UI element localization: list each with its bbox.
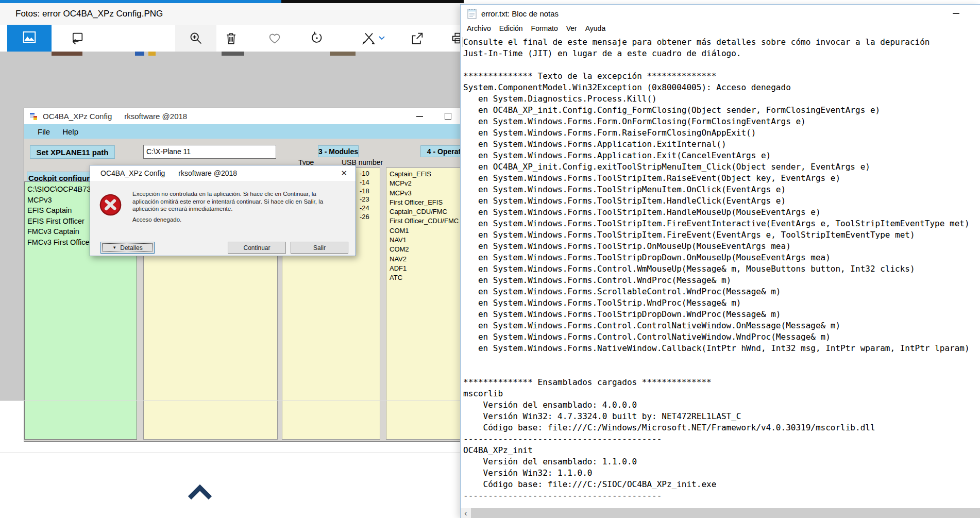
- horizontal-scrollbar[interactable]: ‹: [461, 508, 980, 518]
- photo-edge-artifact: [52, 52, 82, 56]
- notepad-text-line: OC4BA_XPz_init: [463, 445, 980, 456]
- error-dialog-title: OC4BA_XPz Config: [100, 169, 165, 177]
- notepad-text-line: en System.Windows.Forms.ToolStrip.WndPro…: [463, 297, 980, 309]
- operation-item: NAV1: [386, 236, 464, 245]
- module-usb-number: -24: [360, 204, 369, 213]
- scroll-left-arrow-icon[interactable]: ‹: [461, 508, 471, 518]
- notepad-menu-item[interactable]: Ver: [562, 24, 581, 32]
- notepad-text-line: en System.Windows.Forms.ToolStripItem.Ha…: [463, 195, 980, 207]
- notepad-text-line: [463, 59, 980, 71]
- divider: [0, 400, 460, 401]
- operation-item: COM2: [386, 245, 464, 254]
- continue-button: Continuar: [228, 242, 286, 254]
- notepad-text-line: Versión Win32: 1.1.0.0: [463, 467, 980, 479]
- photo-view-button[interactable]: [7, 25, 52, 52]
- notepad-text-line: en System.Windows.Forms.ToolStripItem.Ra…: [463, 173, 980, 184]
- set-xplane-path-button: Set XPLANE11 path: [30, 145, 115, 159]
- share-icon: [410, 31, 425, 45]
- notepad-text-line: en System.Windows.Forms.Form.OnFormClosi…: [463, 116, 980, 127]
- error-dialog-titlebar: OC4BA_XPz Config rksoftware @2018 ✕: [90, 165, 356, 181]
- delete-button[interactable]: [219, 25, 242, 52]
- photos-titlebar[interactable]: Fotos: error OC4BA_XPz Config.PNG: [0, 3, 464, 25]
- screen: Fotos: error OC4BA_XPz Config.PNG: [0, 0, 980, 518]
- notepad-text-line: en System.Windows.Forms.ToolStripItem.Fi…: [463, 218, 980, 229]
- module-usb-number: -10: [360, 170, 369, 178]
- scrollbar-thumb[interactable]: [471, 508, 980, 518]
- minimize-button[interactable]: [953, 13, 959, 14]
- error-icon: [99, 193, 122, 219]
- share-feedback-icon: [70, 31, 85, 45]
- photo-view-icon: [22, 29, 37, 47]
- notepad-menu-item[interactable]: Ayuda: [581, 24, 610, 32]
- rotate-button[interactable]: [306, 25, 328, 52]
- operation-item: MCPv3: [386, 189, 464, 198]
- close-icon: ✕: [341, 169, 347, 178]
- notepad-text-line: en OC4BA_XP_init.Config.Config_FormClosi…: [463, 105, 980, 116]
- notepad-text-line: System.ComponentModel.Win32Exception (0x…: [463, 82, 980, 93]
- module-usb-number: -23: [360, 195, 369, 204]
- zoom-button[interactable]: [184, 25, 207, 52]
- details-button: ▼ Detalles: [100, 242, 155, 254]
- notepad-text-line: en System.Windows.Forms.Control.WndProc(…: [463, 275, 980, 286]
- notepad-text-line: ----------------------------------------: [463, 490, 980, 502]
- operation-item: First Officer_CDU/FMC: [386, 216, 464, 226]
- notepad-text-line: ----------------------------------------: [463, 433, 980, 445]
- notepad-titlebar[interactable]: error.txt: Bloc de notas: [461, 5, 980, 22]
- config-maximize-button: [445, 113, 451, 120]
- favorite-button[interactable]: [263, 25, 286, 52]
- notepad-window-title: error.txt: Bloc de notas: [481, 9, 559, 18]
- notepad-text-line: en System.Windows.Forms.ToolStripMenuIte…: [463, 184, 980, 195]
- notepad-text-line: en System.Windows.Forms.Control.WmMouseU…: [463, 263, 980, 275]
- operation-item: COM1: [386, 226, 464, 236]
- operation-item: First Officer_EFIS: [386, 198, 464, 207]
- notepad-text-line: Versión del ensamblado: 1.1.0.0: [463, 456, 980, 467]
- edit-chevron-button[interactable]: [374, 25, 390, 52]
- photo-edge-artifact: [222, 52, 244, 56]
- photo-edge-artifact: [135, 52, 144, 56]
- config-minimize-button: [416, 116, 423, 117]
- notepad-menubar: ArchivoEdiciónFormatoVerAyuda: [461, 22, 980, 35]
- notepad-text-line: en OC4BA_XP_init.Config.exitToolStripMen…: [463, 161, 980, 173]
- notepad-text-line: Código base: file:///C:/SIOC/OC4BA_XPz_i…: [463, 479, 980, 490]
- notepad-text-line: [463, 365, 980, 377]
- zoom-in-icon: [189, 31, 203, 45]
- config-menu-item: File: [31, 127, 56, 136]
- notepad-text-line: [463, 354, 980, 365]
- error-dialog: OC4BA_XPz Config rksoftware @2018 ✕ Exce…: [90, 165, 356, 256]
- notepad-app-icon: [467, 8, 477, 19]
- share-button[interactable]: [406, 25, 429, 52]
- error-dialog-message-line: aplicación se cerrará inmediatamente.: [132, 205, 354, 213]
- notepad-text-line: Código base: file:///C:/Windows/Microsof…: [463, 422, 980, 433]
- photo-viewer-canvas[interactable]: OC4BA_XPz Config rksoftware @2018 FileHe…: [0, 52, 464, 400]
- notepad-window: error.txt: Bloc de notas ArchivoEdiciónF…: [460, 4, 980, 518]
- photos-app-window: Fotos: error OC4BA_XPz Config.PNG: [0, 0, 464, 518]
- notepad-text-line: en System.Windows.Forms.ToolStripItem.Fi…: [463, 229, 980, 241]
- config-app-icon: [29, 112, 38, 121]
- notepad-text-line: mscorlib: [463, 388, 980, 399]
- operation-list: Captain_EFISMCPv2MCPv3First Officer_EFIS…: [386, 168, 464, 440]
- details-button-label: Detalles: [120, 244, 142, 252]
- error-dialog-message: Excepción no controlada en la aplicación…: [132, 190, 354, 213]
- error-dialog-subtitle: rksoftware @2018: [178, 169, 237, 177]
- notepad-text-line: Just-In-Time (JIT) en lugar de a este cu…: [463, 48, 980, 59]
- config-menu-item: Help: [56, 127, 85, 136]
- operation-section-label: 4 - Operation: [420, 145, 464, 157]
- rotate-icon: [310, 31, 324, 45]
- notepad-menu-item[interactable]: Archivo: [463, 24, 495, 32]
- divider: [0, 452, 460, 453]
- notepad-text-area[interactable]: Consulte el final de este mensaje para o…: [461, 35, 980, 508]
- operation-item: ATC: [386, 273, 464, 282]
- error-dialog-error-text: Acceso denegado.: [132, 216, 181, 223]
- operation-item: Captain_CDU/FMC: [386, 207, 464, 216]
- notepad-text-line: en System.Windows.Forms.ToolStripItem.Ha…: [463, 207, 980, 218]
- notepad-menu-item[interactable]: Edición: [495, 24, 527, 32]
- error-dialog-message-line: aplicación omitirá este error e intentar…: [132, 198, 354, 206]
- notepad-text-line: ************** Ensamblados cargados ****…: [463, 377, 980, 388]
- notepad-text-line: en System.Windows.Forms.ScrollableContro…: [463, 286, 980, 297]
- share-feedback-button[interactable]: [66, 25, 89, 52]
- filmstrip-chevron-icon[interactable]: [187, 483, 213, 503]
- module-usb-number: -26: [360, 213, 369, 222]
- notepad-menu-item[interactable]: Formato: [527, 24, 562, 32]
- notepad-text-line: Versión del ensamblado: 4.0.0.0: [463, 399, 980, 411]
- config-window-subtitle: rksoftware @2018: [124, 112, 187, 121]
